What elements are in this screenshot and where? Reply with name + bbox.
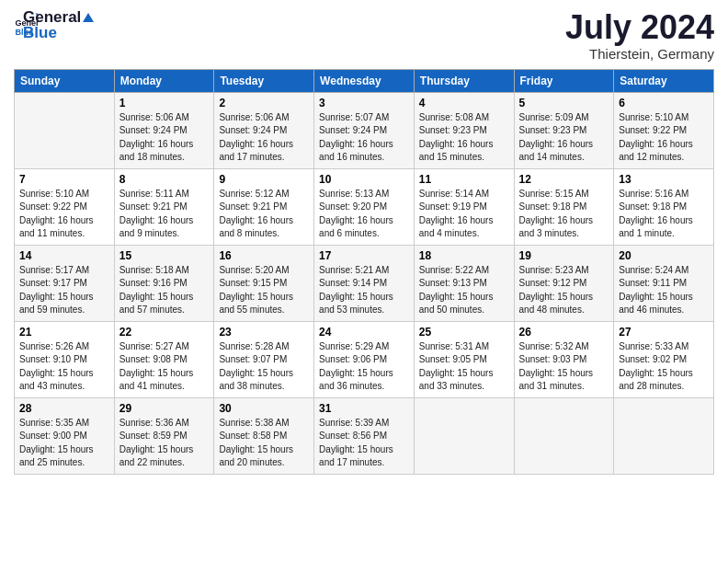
calendar-cell: 12Sunrise: 5:15 AMSunset: 9:18 PMDayligh… (514, 168, 614, 245)
day-number: 25 (419, 326, 509, 339)
page-header: General Blue General Blue July 2024 Thie… (14, 9, 714, 62)
day-info: Sunrise: 5:21 AMSunset: 9:14 PMDaylight:… (319, 264, 409, 317)
weekday-header-friday: Friday (514, 69, 614, 92)
calendar-cell (514, 397, 614, 474)
calendar-cell: 4Sunrise: 5:08 AMSunset: 9:23 PMDaylight… (414, 92, 514, 168)
calendar-cell: 2Sunrise: 5:06 AMSunset: 9:24 PMDaylight… (214, 92, 314, 168)
day-info: Sunrise: 5:35 AMSunset: 9:00 PMDaylight:… (19, 417, 109, 470)
svg-marker-3 (83, 13, 94, 22)
day-number: 28 (19, 402, 109, 415)
day-info: Sunrise: 5:10 AMSunset: 9:22 PMDaylight:… (619, 111, 709, 165)
calendar-cell (15, 92, 115, 168)
calendar-cell: 13Sunrise: 5:16 AMSunset: 9:18 PMDayligh… (614, 168, 714, 245)
day-number: 13 (619, 173, 709, 186)
calendar-cell: 25Sunrise: 5:31 AMSunset: 9:05 PMDayligh… (414, 321, 514, 397)
calendar-cell: 21Sunrise: 5:26 AMSunset: 9:10 PMDayligh… (15, 321, 115, 397)
day-info: Sunrise: 5:17 AMSunset: 9:17 PMDaylight:… (19, 264, 109, 317)
day-info: Sunrise: 5:12 AMSunset: 9:21 PMDaylight:… (219, 188, 309, 241)
day-info: Sunrise: 5:28 AMSunset: 9:07 PMDaylight:… (219, 340, 309, 394)
day-number: 1 (119, 97, 210, 109)
day-number: 6 (619, 97, 709, 109)
calendar-cell: 9Sunrise: 5:12 AMSunset: 9:21 PMDaylight… (214, 168, 314, 245)
location: Thierstein, Germany (565, 46, 714, 62)
day-number: 7 (19, 173, 109, 186)
day-number: 17 (319, 249, 409, 262)
day-info: Sunrise: 5:07 AMSunset: 9:24 PMDaylight:… (319, 111, 409, 165)
calendar-cell: 20Sunrise: 5:24 AMSunset: 9:11 PMDayligh… (614, 245, 714, 321)
day-info: Sunrise: 5:33 AMSunset: 9:02 PMDaylight:… (619, 340, 709, 394)
day-info: Sunrise: 5:06 AMSunset: 9:24 PMDaylight:… (219, 111, 309, 165)
day-info: Sunrise: 5:24 AMSunset: 9:11 PMDaylight:… (619, 264, 709, 317)
day-number: 26 (519, 326, 609, 339)
calendar-cell: 30Sunrise: 5:38 AMSunset: 8:58 PMDayligh… (214, 397, 314, 474)
calendar-cell: 23Sunrise: 5:28 AMSunset: 9:07 PMDayligh… (214, 321, 314, 397)
calendar-cell: 27Sunrise: 5:33 AMSunset: 9:02 PMDayligh… (614, 321, 714, 397)
day-number: 15 (119, 249, 210, 262)
day-info: Sunrise: 5:39 AMSunset: 8:56 PMDaylight:… (319, 417, 409, 470)
calendar-cell: 8Sunrise: 5:11 AMSunset: 9:21 PMDaylight… (114, 168, 214, 245)
day-info: Sunrise: 5:20 AMSunset: 9:15 PMDaylight:… (219, 264, 309, 317)
day-info: Sunrise: 5:14 AMSunset: 9:19 PMDaylight:… (419, 188, 509, 241)
weekday-header-saturday: Saturday (614, 69, 714, 92)
calendar-cell: 24Sunrise: 5:29 AMSunset: 9:06 PMDayligh… (314, 321, 415, 397)
weekday-header-monday: Monday (114, 69, 214, 92)
day-info: Sunrise: 5:26 AMSunset: 9:10 PMDaylight:… (19, 340, 109, 394)
day-number: 10 (319, 173, 409, 186)
calendar-cell: 18Sunrise: 5:22 AMSunset: 9:13 PMDayligh… (414, 245, 514, 321)
day-number: 27 (619, 326, 709, 339)
day-info: Sunrise: 5:11 AMSunset: 9:21 PMDaylight:… (119, 188, 210, 241)
day-number: 20 (619, 249, 709, 262)
day-info: Sunrise: 5:15 AMSunset: 9:18 PMDaylight:… (519, 188, 609, 241)
day-info: Sunrise: 5:09 AMSunset: 9:23 PMDaylight:… (519, 111, 609, 165)
calendar-cell: 14Sunrise: 5:17 AMSunset: 9:17 PMDayligh… (15, 245, 115, 321)
calendar-table: SundayMondayTuesdayWednesdayThursdayFrid… (14, 69, 714, 475)
logo: General Blue General Blue (14, 9, 97, 41)
day-number: 29 (119, 402, 210, 415)
day-number: 9 (219, 173, 309, 186)
calendar-cell: 26Sunrise: 5:32 AMSunset: 9:03 PMDayligh… (514, 321, 614, 397)
calendar-cell: 10Sunrise: 5:13 AMSunset: 9:20 PMDayligh… (314, 168, 415, 245)
day-info: Sunrise: 5:27 AMSunset: 9:08 PMDaylight:… (119, 340, 210, 394)
weekday-header-sunday: Sunday (15, 69, 115, 92)
month-title: July 2024 (565, 9, 714, 46)
calendar-cell: 17Sunrise: 5:21 AMSunset: 9:14 PMDayligh… (314, 245, 415, 321)
day-number: 14 (19, 249, 109, 262)
day-number: 24 (319, 326, 409, 339)
day-info: Sunrise: 5:10 AMSunset: 9:22 PMDaylight:… (19, 188, 109, 241)
calendar-cell: 22Sunrise: 5:27 AMSunset: 9:08 PMDayligh… (114, 321, 214, 397)
calendar-cell: 5Sunrise: 5:09 AMSunset: 9:23 PMDaylight… (514, 92, 614, 168)
day-number: 31 (319, 402, 409, 415)
day-info: Sunrise: 5:16 AMSunset: 9:18 PMDaylight:… (619, 188, 709, 241)
calendar-cell: 1Sunrise: 5:06 AMSunset: 9:24 PMDaylight… (114, 92, 214, 168)
day-info: Sunrise: 5:38 AMSunset: 8:58 PMDaylight:… (219, 417, 309, 470)
day-info: Sunrise: 5:22 AMSunset: 9:13 PMDaylight:… (419, 264, 509, 317)
day-number: 22 (119, 326, 210, 339)
day-number: 3 (319, 97, 409, 109)
day-number: 23 (219, 326, 309, 339)
calendar-cell: 11Sunrise: 5:14 AMSunset: 9:19 PMDayligh… (414, 168, 514, 245)
calendar-cell: 29Sunrise: 5:36 AMSunset: 8:59 PMDayligh… (114, 397, 214, 474)
calendar-cell: 6Sunrise: 5:10 AMSunset: 9:22 PMDaylight… (614, 92, 714, 168)
calendar-cell: 7Sunrise: 5:10 AMSunset: 9:22 PMDaylight… (15, 168, 115, 245)
weekday-header-thursday: Thursday (414, 69, 514, 92)
day-info: Sunrise: 5:13 AMSunset: 9:20 PMDaylight:… (319, 188, 409, 241)
day-number: 8 (119, 173, 210, 186)
day-number: 18 (419, 249, 509, 262)
weekday-header-wednesday: Wednesday (314, 69, 415, 92)
day-info: Sunrise: 5:18 AMSunset: 9:16 PMDaylight:… (119, 264, 210, 317)
day-info: Sunrise: 5:31 AMSunset: 9:05 PMDaylight:… (419, 340, 509, 394)
calendar-cell: 15Sunrise: 5:18 AMSunset: 9:16 PMDayligh… (114, 245, 214, 321)
calendar-cell: 19Sunrise: 5:23 AMSunset: 9:12 PMDayligh… (514, 245, 614, 321)
day-number: 4 (419, 97, 509, 109)
day-info: Sunrise: 5:32 AMSunset: 9:03 PMDaylight:… (519, 340, 609, 394)
calendar-cell: 28Sunrise: 5:35 AMSunset: 9:00 PMDayligh… (15, 397, 115, 474)
day-info: Sunrise: 5:29 AMSunset: 9:06 PMDaylight:… (319, 340, 409, 394)
calendar-cell: 16Sunrise: 5:20 AMSunset: 9:15 PMDayligh… (214, 245, 314, 321)
day-number: 16 (219, 249, 309, 262)
logo-arrow-icon (81, 9, 97, 26)
day-number: 2 (219, 97, 309, 109)
weekday-header-tuesday: Tuesday (214, 69, 314, 92)
calendar-cell: 3Sunrise: 5:07 AMSunset: 9:24 PMDaylight… (314, 92, 415, 168)
day-info: Sunrise: 5:08 AMSunset: 9:23 PMDaylight:… (419, 111, 509, 165)
calendar-cell (414, 397, 514, 474)
